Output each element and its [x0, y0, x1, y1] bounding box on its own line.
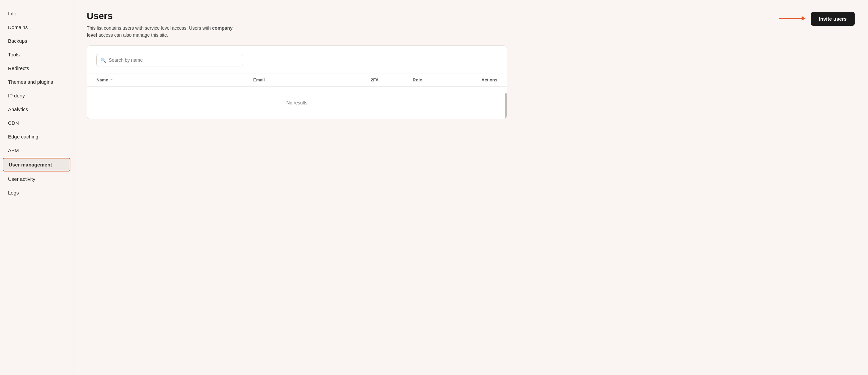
page-header-left: Users This list contains users with serv… [87, 11, 234, 39]
sidebar-item-apm[interactable]: APM [0, 144, 73, 157]
sidebar-item-tools[interactable]: Tools [0, 48, 73, 61]
table-body: No results [87, 87, 507, 119]
sidebar: InfoDomainsBackupsToolsRedirectsThemes a… [0, 0, 73, 375]
table-header: Name ↑ Email 2FA Role Acti [87, 73, 507, 87]
col-header-email: Email [247, 73, 364, 87]
no-results-cell: No results [87, 87, 507, 119]
col-role-label: Role [413, 77, 422, 83]
col-header-2fa: 2FA [364, 73, 406, 87]
invite-users-button[interactable]: Invite users [811, 12, 855, 26]
col-name-label: Name [96, 77, 108, 83]
description-text-1: This list contains users with service le… [87, 25, 211, 31]
sidebar-item-edge-caching[interactable]: Edge caching [0, 130, 73, 144]
search-input-wrapper: 🔍 [96, 54, 243, 66]
sidebar-item-backups[interactable]: Backups [0, 34, 73, 48]
arrow-icon [779, 14, 806, 22]
col-header-role: Role [406, 73, 456, 87]
users-table-card: 🔍 Name ↑ Email 2FA [87, 45, 507, 119]
no-results-row: No results [87, 87, 507, 119]
search-section: 🔍 [87, 46, 507, 73]
search-input[interactable] [96, 54, 243, 66]
sidebar-item-redirects[interactable]: Redirects [0, 61, 73, 75]
sidebar-item-user-management[interactable]: User management [3, 158, 70, 171]
page-title: Users [87, 11, 234, 21]
sidebar-item-cdn[interactable]: CDN [0, 116, 73, 130]
sidebar-item-themes-plugins[interactable]: Themes and plugins [0, 75, 73, 89]
col-header-name[interactable]: Name ↑ [87, 73, 247, 87]
main-content: Users This list contains users with serv… [73, 0, 868, 375]
table-header-row: Name ↑ Email 2FA Role Acti [87, 73, 507, 87]
page-description: This list contains users with service le… [87, 25, 234, 39]
sidebar-item-user-activity[interactable]: User activity [0, 172, 73, 186]
scrollbar-track[interactable] [505, 93, 507, 119]
users-table: Name ↑ Email 2FA Role Acti [87, 73, 507, 119]
page-header: Users This list contains users with serv… [87, 11, 855, 39]
sort-arrow-icon: ↑ [111, 78, 113, 83]
table-wrapper: Name ↑ Email 2FA Role Acti [87, 73, 507, 119]
col-actions-label: Actions [482, 77, 497, 83]
sidebar-item-analytics[interactable]: Analytics [0, 102, 73, 116]
sidebar-item-logs[interactable]: Logs [0, 186, 73, 199]
sidebar-item-domains[interactable]: Domains [0, 20, 73, 34]
sidebar-item-ip-deny[interactable]: IP deny [0, 89, 73, 102]
sidebar-item-info[interactable]: Info [0, 7, 73, 20]
svg-marker-1 [802, 16, 806, 21]
invite-button-area: Invite users [779, 11, 855, 26]
col-header-actions: Actions [456, 73, 507, 87]
col-email-label: Email [253, 77, 265, 83]
col-2fa-label: 2FA [371, 77, 379, 83]
description-text-2: access can also manage this site. [98, 32, 168, 38]
